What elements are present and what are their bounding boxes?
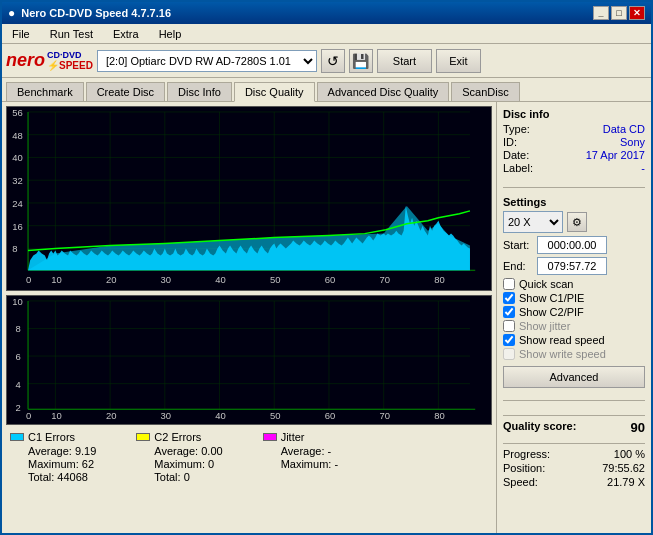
sidebar: Disc info Type: Data CD ID: Sony Date: 1… <box>496 102 651 533</box>
svg-text:4: 4 <box>15 380 20 390</box>
svg-text:70: 70 <box>379 275 390 285</box>
progress-row: Progress: 100 % <box>503 448 645 460</box>
drive-select[interactable]: [2:0] Optiarc DVD RW AD-7280S 1.01 <box>97 50 317 72</box>
minimize-button[interactable]: _ <box>593 6 609 20</box>
window-title: Nero CD-DVD Speed 4.7.7.16 <box>21 7 171 19</box>
save-button[interactable]: 💾 <box>349 49 373 73</box>
c2-average: Average: 0.00 <box>154 445 222 457</box>
svg-text:0: 0 <box>26 411 31 421</box>
svg-text:20: 20 <box>106 275 117 285</box>
start-button[interactable]: Start <box>377 49 432 73</box>
progress-section: Progress: 100 % Position: 79:55.62 Speed… <box>503 443 645 490</box>
svg-text:24: 24 <box>12 199 23 209</box>
show-write-speed-checkbox[interactable] <box>503 348 515 360</box>
reload-button[interactable]: ↺ <box>321 49 345 73</box>
svg-text:48: 48 <box>12 131 23 141</box>
chart-area: 56 48 40 32 24 16 8 0 10 20 30 40 50 60 … <box>2 102 496 533</box>
show-c2pif-checkbox[interactable] <box>503 306 515 318</box>
menu-help[interactable]: Help <box>153 27 188 41</box>
show-read-speed-row: Show read speed <box>503 334 645 346</box>
c2-label: C2 Errors <box>154 431 201 443</box>
exit-button[interactable]: Exit <box>436 49 481 73</box>
bottom-chart-svg: 10 8 6 4 2 0 10 20 30 40 50 60 70 80 <box>7 296 491 424</box>
disc-type-value: Data CD <box>603 123 645 135</box>
c2-color-swatch <box>136 433 150 441</box>
tab-scan-disc[interactable]: ScanDisc <box>451 82 519 101</box>
c2-legend: C2 Errors Average: 0.00 Maximum: 0 Total… <box>116 431 222 483</box>
svg-text:60: 60 <box>325 411 336 421</box>
start-label: Start: <box>503 239 533 251</box>
c1-total: Total: 44068 <box>28 471 96 483</box>
tab-disc-quality[interactable]: Disc Quality <box>234 82 315 102</box>
disc-label-row: Label: - <box>503 162 645 174</box>
tab-benchmark[interactable]: Benchmark <box>6 82 84 101</box>
speed-row: 20 X ⚙ <box>503 211 645 233</box>
quality-score-label: Quality score: <box>503 420 576 435</box>
show-jitter-label: Show jitter <box>519 320 570 332</box>
speed-select[interactable]: 20 X <box>503 211 563 233</box>
end-row: End: <box>503 257 645 275</box>
tab-disc-info[interactable]: Disc Info <box>167 82 232 101</box>
svg-text:10: 10 <box>51 275 62 285</box>
divider-1 <box>503 187 645 188</box>
c1-average: Average: 9.19 <box>28 445 96 457</box>
c1-legend: C1 Errors Average: 9.19 Maximum: 62 Tota… <box>10 431 96 483</box>
disc-info-section: Disc info Type: Data CD ID: Sony Date: 1… <box>503 108 645 175</box>
position-row: Position: 79:55.62 <box>503 462 645 474</box>
nero-logo: nero <box>6 50 45 71</box>
tab-advanced-disc-quality[interactable]: Advanced Disc Quality <box>317 82 450 101</box>
svg-text:56: 56 <box>12 108 23 118</box>
jitter-legend: Jitter Average: - Maximum: - <box>243 431 338 483</box>
disc-date-value: 17 Apr 2017 <box>586 149 645 161</box>
close-button[interactable]: ✕ <box>629 6 645 20</box>
c1-legend-title: C1 Errors <box>10 431 96 443</box>
end-time-input[interactable] <box>537 257 607 275</box>
menu-file[interactable]: File <box>6 27 36 41</box>
c1-label: C1 Errors <box>28 431 75 443</box>
menu-extra[interactable]: Extra <box>107 27 145 41</box>
toolbar: nero CD·DVD⚡SPEED [2:0] Optiarc DVD RW A… <box>2 44 651 78</box>
svg-text:8: 8 <box>12 245 17 255</box>
show-read-speed-checkbox[interactable] <box>503 334 515 346</box>
svg-text:30: 30 <box>161 411 172 421</box>
settings-title: Settings <box>503 196 645 208</box>
svg-text:40: 40 <box>215 411 226 421</box>
svg-text:20: 20 <box>106 411 117 421</box>
svg-text:8: 8 <box>15 325 20 335</box>
show-c1pie-row: Show C1/PIE <box>503 292 645 304</box>
c1-maximum: Maximum: 62 <box>28 458 96 470</box>
top-chart-svg: 56 48 40 32 24 16 8 0 10 20 30 40 50 60 … <box>7 107 491 290</box>
product-logo: CD·DVD⚡SPEED <box>47 50 93 71</box>
show-jitter-row: Show jitter <box>503 320 645 332</box>
svg-text:0: 0 <box>26 275 31 285</box>
show-c2pif-row: Show C2/PIF <box>503 306 645 318</box>
show-jitter-checkbox[interactable] <box>503 320 515 332</box>
start-row: Start: <box>503 236 645 254</box>
speed-row: Speed: 21.79 X <box>503 476 645 488</box>
disc-date-label: Date: <box>503 149 529 161</box>
show-c1pie-checkbox[interactable] <box>503 292 515 304</box>
speed-value: 21.79 X <box>607 476 645 488</box>
jitter-maximum: Maximum: - <box>281 458 338 470</box>
show-write-speed-row: Show write speed <box>503 348 645 360</box>
svg-text:10: 10 <box>12 297 23 307</box>
show-read-speed-label: Show read speed <box>519 334 605 346</box>
disc-id-label: ID: <box>503 136 517 148</box>
svg-text:32: 32 <box>12 176 23 186</box>
maximize-button[interactable]: □ <box>611 6 627 20</box>
quick-scan-checkbox[interactable] <box>503 278 515 290</box>
disc-type-row: Type: Data CD <box>503 123 645 135</box>
advanced-button[interactable]: Advanced <box>503 366 645 388</box>
legend-area: C1 Errors Average: 9.19 Maximum: 62 Tota… <box>6 429 492 485</box>
disc-date-row: Date: 17 Apr 2017 <box>503 149 645 161</box>
quick-scan-row: Quick scan <box>503 278 645 290</box>
menu-run-test[interactable]: Run Test <box>44 27 99 41</box>
disc-label-value: - <box>641 162 645 174</box>
settings-gear-button[interactable]: ⚙ <box>567 212 587 232</box>
tab-create-disc[interactable]: Create Disc <box>86 82 165 101</box>
start-time-input[interactable] <box>537 236 607 254</box>
jitter-average: Average: - <box>281 445 338 457</box>
svg-text:50: 50 <box>270 275 281 285</box>
jitter-color-swatch <box>263 433 277 441</box>
disc-type-label: Type: <box>503 123 530 135</box>
